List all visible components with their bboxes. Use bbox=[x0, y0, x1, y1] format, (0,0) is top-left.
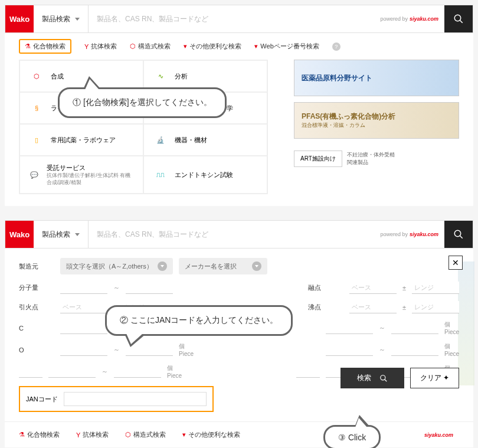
chat-icon: 💬 bbox=[28, 166, 41, 183]
close-button[interactable]: ✕ bbox=[448, 256, 463, 270]
tab-other[interactable]: ▾その他便利な検索 bbox=[184, 42, 241, 51]
antibody-icon: Y bbox=[76, 431, 80, 439]
c-from[interactable] bbox=[60, 322, 107, 334]
svg-point-0 bbox=[454, 15, 461, 21]
bottle-icon: ▯ bbox=[28, 132, 45, 148]
x-from[interactable] bbox=[48, 365, 96, 378]
mw-to[interactable] bbox=[126, 282, 173, 294]
label-flash: 引火点 bbox=[19, 303, 54, 312]
flask-icon: ⚗ bbox=[25, 42, 31, 50]
search-submit-button[interactable]: 検索 bbox=[341, 368, 404, 388]
y-elem[interactable] bbox=[296, 365, 320, 378]
help-icon[interactable]: ? bbox=[332, 42, 341, 51]
jan-code-row: JANコード bbox=[19, 386, 214, 412]
search-category-label: 製品検索 bbox=[42, 14, 70, 24]
tab-compound[interactable]: ⚗化合物検索 bbox=[19, 39, 71, 54]
tab-other[interactable]: ▾その他便利な検索 bbox=[182, 430, 240, 439]
unit-piece: 個 Piece bbox=[167, 364, 182, 379]
n-from[interactable] bbox=[326, 322, 373, 334]
powered-by: powered bysiyaku.com bbox=[374, 221, 444, 248]
art-side-text: 不妊治療・体外受精 関連製品 bbox=[347, 151, 395, 166]
tab-webpage[interactable]: ▾Webページ番号検索 bbox=[254, 42, 319, 51]
top-search-bar: Wako 製品検索 powered bysiyaku.com bbox=[5, 5, 473, 33]
panel-bottom: Wako 製品検索 powered bysiyaku.com ✕ 製造元 頭文字… bbox=[5, 220, 473, 447]
category-area: ⬡合成 ∿分析 §ライフサイエンス ◐装置診断・細胞科学 ▯常用試薬・ラボウェア… bbox=[5, 60, 473, 206]
wako-logo: Wako bbox=[5, 5, 34, 32]
s-from[interactable] bbox=[326, 344, 373, 356]
wako-logo: Wako bbox=[5, 221, 34, 248]
bottom-tabs: ⚗化合物検索 Y抗体検索 ⬡構造式検索 ▾その他便利な検索 siyaku.com bbox=[5, 421, 473, 447]
tab-structure[interactable]: ⬡構造式検索 bbox=[125, 430, 166, 439]
cat-shiyaku[interactable]: ▯常用試薬・ラボウェア bbox=[19, 124, 143, 156]
clear-button[interactable]: クリア ✦ bbox=[410, 368, 459, 388]
search-category-select[interactable]: 製品検索 bbox=[34, 221, 89, 248]
n-to[interactable] bbox=[391, 322, 438, 334]
search-input[interactable] bbox=[89, 5, 374, 32]
label-bp: 沸点 bbox=[308, 303, 343, 312]
banner-art: ART施設向け 不妊治療・体外受精 関連製品 bbox=[294, 145, 459, 173]
search-button[interactable] bbox=[444, 5, 473, 32]
label-mp: 融点 bbox=[308, 283, 343, 292]
jan-input[interactable] bbox=[64, 392, 207, 406]
antibody-icon: Y bbox=[84, 43, 89, 50]
label-c: C bbox=[19, 325, 54, 332]
svg-line-3 bbox=[460, 236, 463, 239]
chevron-down-icon: ▾ bbox=[184, 42, 187, 50]
chevron-down-icon: ▾ bbox=[254, 42, 258, 50]
search-button[interactable] bbox=[444, 221, 473, 248]
mw-from[interactable] bbox=[60, 282, 107, 294]
chevron-down-icon bbox=[75, 233, 80, 236]
svg-line-1 bbox=[460, 20, 463, 23]
maker-name-select[interactable]: メーカー名を選択 bbox=[179, 258, 267, 274]
unit-piece: 個 Piece bbox=[444, 321, 459, 335]
callout-1: ① [化合物検索]を選択してください。 bbox=[58, 87, 227, 118]
chevron-down-icon bbox=[75, 18, 80, 21]
x-to[interactable] bbox=[114, 365, 161, 378]
search-category-select[interactable]: 製品検索 bbox=[34, 5, 89, 32]
art-button[interactable]: ART施設向け bbox=[294, 151, 342, 167]
maker-initial-select[interactable]: 頭文字を選択（A～Z,others） bbox=[60, 258, 173, 274]
powered-by: siyaku.com bbox=[417, 432, 459, 438]
label-mw: 分子量 bbox=[19, 283, 54, 292]
panel-top: Wako 製品検索 powered bysiyaku.com ⚗化合物検索 Y抗… bbox=[5, 5, 473, 206]
powered-by: powered bysiyaku.com bbox=[374, 5, 444, 32]
chevron-down-icon bbox=[158, 261, 167, 271]
search-icon bbox=[453, 14, 464, 24]
advanced-search-form: ✕ 製造元 頭文字を選択（A～Z,others） メーカー名を選択 分子量 ～ … bbox=[5, 248, 473, 421]
tab-antibody[interactable]: Y抗体検索 bbox=[84, 42, 117, 51]
flash-base[interactable] bbox=[60, 301, 107, 313]
search-icon bbox=[379, 374, 388, 382]
svg-point-2 bbox=[454, 231, 461, 237]
svg-line-5 bbox=[384, 380, 387, 382]
cat-kiki[interactable]: 🔬機器・機材 bbox=[143, 124, 267, 156]
unit-piece: 個 Piece bbox=[444, 342, 459, 357]
search-input[interactable] bbox=[89, 221, 374, 248]
svg-point-4 bbox=[380, 375, 385, 380]
bp-base[interactable] bbox=[349, 301, 397, 313]
top-search-bar-2: Wako 製品検索 powered bysiyaku.com bbox=[5, 220, 473, 248]
unit-piece: 個 Piece bbox=[179, 342, 194, 357]
s-to[interactable] bbox=[391, 344, 438, 356]
dna-icon: § bbox=[28, 100, 45, 116]
banner-pfas[interactable]: PFAS(有機ふっ素化合物)分析混合標準液・溶媒・カラム bbox=[294, 102, 459, 139]
o-from[interactable] bbox=[60, 344, 107, 356]
tab-antibody[interactable]: Y抗体検索 bbox=[76, 430, 109, 439]
structure-icon: ⬡ bbox=[130, 42, 136, 50]
tab-compound[interactable]: ⚗化合物検索 bbox=[19, 430, 60, 439]
side-banners: 医薬品原料分野サイト PFAS(有機ふっ素化合物)分析混合標準液・溶媒・カラム … bbox=[294, 60, 459, 194]
mp-range[interactable] bbox=[412, 282, 459, 294]
mp-base[interactable] bbox=[349, 282, 397, 294]
callout-3: ③ Click bbox=[323, 425, 381, 448]
tab-structure[interactable]: ⬡構造式検索 bbox=[130, 42, 171, 51]
banner-pharma[interactable]: 医薬品原料分野サイト bbox=[294, 60, 459, 96]
chevron-down-icon bbox=[252, 261, 261, 271]
cat-endo[interactable]: ⎍⎍エンドトキシン試験 bbox=[143, 156, 267, 194]
search-icon bbox=[453, 229, 464, 240]
bp-range[interactable] bbox=[412, 301, 459, 313]
x-elem[interactable] bbox=[19, 365, 42, 378]
label-o: O bbox=[19, 346, 54, 354]
structure-icon: ⬡ bbox=[125, 431, 131, 439]
label-maker: 製造元 bbox=[19, 262, 54, 271]
action-buttons: 検索 クリア ✦ bbox=[341, 368, 459, 388]
cat-jutaku[interactable]: 💬受託サービス抗体作製/遺伝子解析/生体試料 有機合成/調液/精製 bbox=[19, 156, 143, 194]
